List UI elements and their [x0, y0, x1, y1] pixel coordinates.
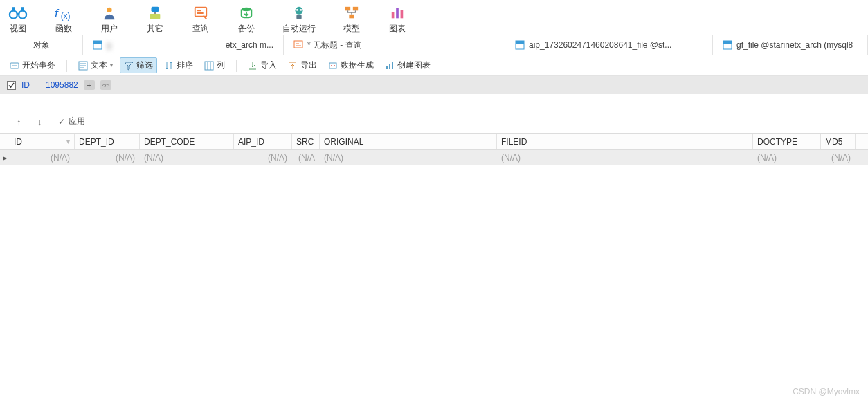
text-button[interactable]: 文本 ▾: [74, 57, 117, 73]
ribbon-backup[interactable]: 备份: [237, 5, 256, 35]
apply-label: 应用: [69, 116, 85, 127]
svg-rect-16: [296, 15, 301, 19]
cell-file[interactable]: (N/A): [497, 151, 753, 165]
svg-point-34: [331, 65, 332, 66]
svg-rect-27: [516, 41, 524, 44]
svg-rect-25: [294, 41, 302, 48]
tab-gf-label: gf_file @starinetx_arch (mysql8: [736, 40, 853, 50]
tab-query-untitled[interactable]: * 无标题 - 查询: [284, 35, 505, 55]
col-aip-id[interactable]: AIP_ID: [234, 134, 292, 149]
chevron-down-icon: ▾: [110, 62, 113, 68]
text-label: 文本: [91, 60, 107, 71]
filter-operator[interactable]: =: [35, 80, 40, 90]
svg-rect-3: [12, 7, 15, 11]
column-icon: [204, 61, 214, 71]
ribbon-view-label: 视图: [10, 23, 26, 35]
import-button[interactable]: 导入: [244, 57, 281, 73]
ribbon-autorun[interactable]: 自动运行: [282, 5, 316, 35]
begin-transaction-button[interactable]: 开始事务: [6, 57, 60, 73]
ribbon-query[interactable]: 查询: [191, 5, 210, 35]
filter-checkbox[interactable]: [7, 81, 16, 90]
ribbon-chart-label: 图表: [389, 23, 406, 35]
move-down-button[interactable]: ↓: [37, 118, 42, 127]
col-id[interactable]: ID▾: [10, 134, 75, 149]
column-button[interactable]: 列: [200, 57, 229, 73]
filter-bar: ID = 1095882 + </>: [0, 76, 868, 94]
ribbon-other[interactable]: 其它: [145, 5, 165, 35]
binoculars-icon: [8, 5, 28, 21]
tab-1-blur: g: [107, 40, 111, 50]
col-md5[interactable]: MD5: [821, 134, 856, 149]
backup-icon: [237, 5, 256, 21]
cell-code[interactable]: (N/A): [140, 151, 234, 165]
cell-doc[interactable]: (N/A): [753, 151, 821, 165]
tab-gf-file[interactable]: gf_file @starinetx_arch (mysql8: [713, 35, 868, 55]
svg-text:(x): (x): [61, 11, 71, 21]
col-src[interactable]: SRC: [292, 134, 320, 149]
move-up-button[interactable]: ↑: [17, 118, 21, 127]
tab-table-1[interactable]: g etx_arch m...: [83, 35, 284, 55]
svg-rect-36: [386, 66, 388, 69]
tab-aip-file[interactable]: aip_1732602471460208641_file @st...: [505, 35, 713, 55]
import-label: 导入: [260, 60, 277, 71]
cell-dept[interactable]: (N/A): [75, 151, 140, 165]
svg-point-0: [10, 11, 17, 19]
col-dept-code[interactable]: DEPT_CODE: [140, 134, 234, 149]
cell-md5[interactable]: (N/A): [821, 151, 856, 165]
ribbon-other-label: 其它: [147, 23, 163, 35]
svg-rect-4: [21, 7, 24, 11]
grid-header: ID▾ DEPT_ID DEPT_CODE AIP_ID SRC ORIGINA…: [0, 134, 868, 150]
filter-field[interactable]: ID: [21, 80, 30, 90]
cell-aip[interactable]: (N/A): [234, 151, 292, 165]
svg-rect-20: [392, 12, 395, 18]
svg-point-15: [300, 9, 302, 11]
datagen-button[interactable]: 数据生成: [324, 57, 378, 73]
cell-src[interactable]: (N/A: [292, 151, 320, 165]
ribbon-view[interactable]: 视图: [8, 5, 28, 35]
model-icon: [342, 5, 361, 21]
svg-rect-10: [154, 12, 156, 14]
separator: [236, 60, 237, 72]
text-icon: [78, 61, 88, 71]
datagen-icon: [328, 61, 338, 71]
watermark: CSDN @Myovlmx: [793, 387, 860, 396]
svg-rect-19: [349, 15, 354, 19]
import-icon: [248, 61, 257, 71]
svg-rect-17: [345, 7, 350, 11]
create-chart-button[interactable]: 创建图表: [381, 57, 435, 73]
svg-rect-29: [723, 41, 732, 44]
ribbon-chart[interactable]: 图表: [388, 5, 407, 35]
table-icon: [515, 40, 525, 50]
filter-value[interactable]: 1095882: [46, 80, 78, 90]
cell-orig[interactable]: (N/A): [320, 151, 497, 165]
svg-point-35: [334, 65, 335, 66]
sql-toggle-button[interactable]: </>: [100, 80, 111, 90]
tab-aip-label: aip_1732602471460208641_file @st...: [529, 40, 671, 50]
ribbon-backup-label: 备份: [238, 23, 255, 35]
row-pointer-icon: ▸: [0, 153, 10, 163]
apply-button[interactable]: ✓ 应用: [58, 116, 85, 127]
ribbon-autorun-label: 自动运行: [282, 23, 316, 35]
svg-point-14: [296, 9, 298, 11]
ribbon-user[interactable]: 用户: [100, 5, 119, 35]
col-dept-id[interactable]: DEPT_ID: [75, 134, 140, 149]
svg-rect-24: [93, 41, 102, 44]
col-doctype[interactable]: DOCTYPE: [753, 134, 821, 149]
sort-button[interactable]: 排序: [160, 57, 197, 73]
check-icon: ✓: [58, 117, 65, 127]
add-condition-button[interactable]: +: [84, 80, 95, 90]
toolbar: 开始事务 文本 ▾ 筛选 排序 列 导入 导出 数据生成 创建图表: [0, 55, 868, 76]
export-button[interactable]: 导出: [284, 57, 321, 73]
col-fileid[interactable]: FILEID: [497, 134, 753, 149]
data-grid: ID▾ DEPT_ID DEPT_CODE AIP_ID SRC ORIGINA…: [0, 133, 868, 165]
col-original[interactable]: ORIGINAL: [320, 134, 497, 149]
export-icon: [288, 61, 298, 71]
cell-id[interactable]: (N/A): [10, 151, 75, 165]
tab-objects[interactable]: 对象: [0, 35, 83, 55]
table-row[interactable]: ▸ (N/A) (N/A) (N/A) (N/A) (N/A (N/A) (N/…: [0, 150, 868, 165]
ribbon-model[interactable]: 模型: [342, 5, 361, 35]
user-icon: [100, 5, 119, 21]
filter-button[interactable]: 筛选: [120, 57, 157, 73]
ribbon-function[interactable]: f(x) 函数: [54, 5, 73, 35]
ribbon-user-label: 用户: [101, 23, 118, 35]
